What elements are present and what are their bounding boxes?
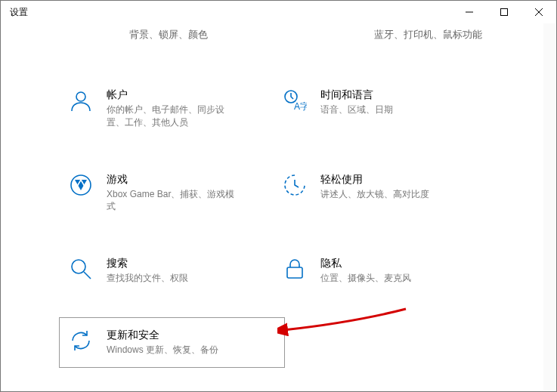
tile-time-language[interactable]: A字 时间和语言 语音、区域、日期 bbox=[283, 88, 489, 129]
titlebar: 设置 bbox=[1, 1, 556, 23]
tile-title: 帐户 bbox=[107, 88, 235, 102]
tile-desc: 讲述人、放大镜、高对比度 bbox=[320, 188, 429, 201]
window-controls bbox=[452, 1, 556, 23]
tile-desc: 位置、摄像头、麦克风 bbox=[320, 272, 411, 285]
close-button[interactable] bbox=[521, 1, 556, 23]
tile-title: 搜索 bbox=[107, 257, 188, 270]
search-icon bbox=[69, 257, 93, 281]
svg-point-4 bbox=[76, 92, 85, 101]
svg-text:A字: A字 bbox=[294, 101, 307, 112]
tile-ease-of-access[interactable]: 轻松使用 讲述人、放大镜、高对比度 bbox=[283, 173, 489, 214]
maximize-icon bbox=[500, 8, 508, 16]
svg-point-8 bbox=[72, 260, 85, 273]
tile-desc: Windows 更新、恢复、备份 bbox=[107, 344, 218, 357]
tile-title: 轻松使用 bbox=[320, 173, 429, 187]
gaming-icon bbox=[69, 173, 93, 197]
tile-title: 游戏 bbox=[107, 173, 235, 187]
minimize-icon bbox=[466, 8, 473, 16]
tile-desc: 语音、区域、日期 bbox=[320, 103, 393, 116]
svg-rect-1 bbox=[501, 9, 508, 16]
update-security-icon bbox=[69, 329, 93, 353]
close-icon bbox=[535, 8, 543, 16]
maximize-button[interactable] bbox=[487, 1, 521, 23]
tile-gaming[interactable]: 游戏 Xbox Game Bar、捕获、游戏模式 bbox=[69, 173, 275, 214]
tile-privacy[interactable]: 隐私 位置、摄像头、麦克风 bbox=[283, 257, 489, 285]
settings-grid: 帐户 你的帐户、电子邮件、同步设置、工作、其他人员 A字 时间和语言 语音、区域… bbox=[1, 43, 556, 357]
truncated-row: 背景、锁屏、颜色 蓝牙、打印机、鼠标功能 bbox=[1, 28, 556, 43]
trunc-left: 背景、锁屏、颜色 bbox=[129, 28, 208, 43]
svg-line-9 bbox=[84, 272, 91, 279]
tile-title: 更新和安全 bbox=[107, 329, 218, 342]
trunc-right: 蓝牙、打印机、鼠标功能 bbox=[374, 28, 482, 43]
tile-desc: 你的帐户、电子邮件、同步设置、工作、其他人员 bbox=[107, 103, 235, 129]
svg-rect-10 bbox=[287, 267, 302, 278]
minimize-button[interactable] bbox=[452, 1, 487, 23]
scrollbar[interactable] bbox=[543, 23, 555, 390]
settings-window: 设置 背景、锁屏、颜色 蓝牙、打印机、鼠标功能 帐户 bbox=[0, 0, 557, 392]
tile-search[interactable]: 搜索 查找我的文件、权限 bbox=[69, 257, 275, 285]
window-title: 设置 bbox=[10, 6, 28, 19]
tile-desc: 查找我的文件、权限 bbox=[107, 272, 188, 285]
tile-update-security[interactable]: 更新和安全 Windows 更新、恢复、备份 bbox=[59, 317, 285, 368]
tile-accounts[interactable]: 帐户 你的帐户、电子邮件、同步设置、工作、其他人员 bbox=[69, 88, 275, 129]
privacy-icon bbox=[283, 257, 307, 281]
ease-of-access-icon bbox=[283, 173, 307, 197]
time-language-icon: A字 bbox=[283, 88, 307, 113]
accounts-icon bbox=[69, 88, 93, 113]
tile-title: 时间和语言 bbox=[320, 88, 393, 102]
settings-body: 背景、锁屏、颜色 蓝牙、打印机、鼠标功能 帐户 你的帐户、电子邮件、同步设置、工… bbox=[1, 23, 556, 391]
tile-desc: Xbox Game Bar、捕获、游戏模式 bbox=[107, 188, 235, 214]
tile-title: 隐私 bbox=[320, 257, 411, 270]
